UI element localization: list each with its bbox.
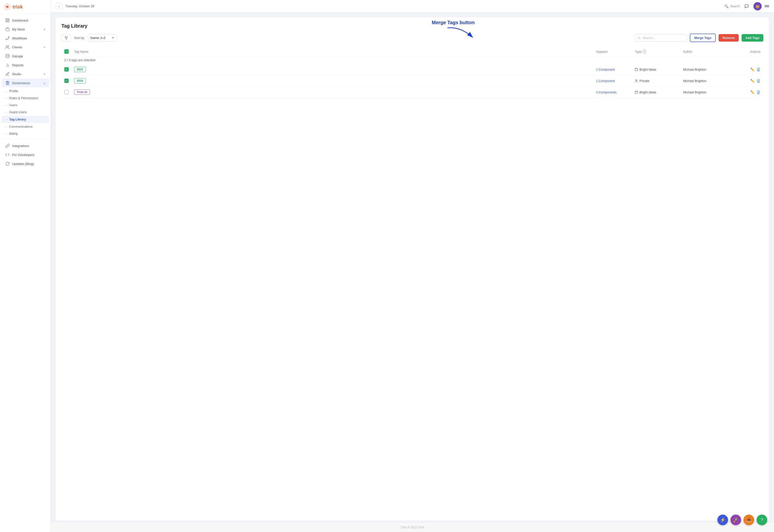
sidebar-item-communications-label: Communications (9, 125, 33, 128)
sidebar-item-integrations-label: Integrations (12, 144, 29, 148)
row-2023-edit-icon[interactable]: ✏️ (750, 67, 754, 71)
governance-icon (5, 81, 10, 85)
header-actions: Actions (736, 50, 760, 53)
svg-rect-4 (8, 21, 9, 22)
user-avatar[interactable]: 🐱 (753, 2, 762, 10)
sidebar-item-reports[interactable]: Reports (1, 61, 49, 69)
sidebar-item-garage[interactable]: Garage (1, 52, 49, 60)
sidebar-item-users[interactable]: Users (0, 102, 51, 109)
sidebar-item-tag-library[interactable]: Tag Library (1, 116, 49, 123)
header-type: Type ? (635, 50, 683, 53)
table-row: ✓ 2024 1 Component Private Michael Brigh… (61, 75, 763, 87)
sidebar-item-clients[interactable]: Clients ▾ (1, 43, 49, 52)
remove-button[interactable]: Remove (719, 34, 739, 42)
sidebar-item-guest-users[interactable]: Guest Users (0, 109, 51, 116)
sidebar-item-for-developers[interactable]: For Developers (1, 150, 49, 159)
garage-icon (5, 54, 10, 58)
sidebar: trisk Dashboard My Work ▾ Workflows Clie… (0, 0, 51, 532)
sidebar-item-integrations[interactable]: Integrations (1, 141, 49, 150)
header-appears: Appears (596, 50, 635, 53)
fab-lightning[interactable]: ⚡ (717, 515, 728, 525)
clients-icon (5, 45, 10, 49)
filter-button[interactable] (61, 34, 71, 42)
row-trish-appears-link[interactable]: 4 Components (596, 90, 617, 94)
sidebar-item-billing[interactable]: Billing (0, 130, 51, 137)
row-2024-actions: ✏️ 🗑️ (736, 79, 760, 83)
add-tags-button[interactable]: Add Tags (742, 34, 763, 42)
sidebar-item-studio-label: Studio (12, 72, 21, 76)
row-2024-appears-link[interactable]: 1 Component (596, 79, 615, 83)
fab-inbox[interactable]: 📥 (744, 515, 754, 525)
sort-select[interactable]: Name: A-Z Name: Z-A Date Created Most Us… (88, 34, 117, 42)
sidebar-item-updates[interactable]: Updates (Blog) (1, 159, 49, 168)
person-type-icon (635, 79, 638, 82)
my-work-chevron: ▾ (44, 28, 45, 31)
table-row: ✓ 2023 1 Component Bright Ideas Michael … (61, 64, 763, 75)
collapse-sidebar-button[interactable]: ‹ (56, 3, 62, 10)
reports-icon (5, 63, 10, 67)
governance-chevron: ▴ (44, 81, 45, 85)
svg-point-6 (6, 39, 7, 40)
search-input[interactable] (643, 36, 684, 40)
user-initials[interactable]: MB (765, 5, 769, 8)
row-2023-checkbox[interactable]: ✓ (64, 67, 69, 72)
topbar-search-label: Search (730, 4, 740, 8)
page-card: Merge Tags button Tag Library Sort by: (56, 17, 769, 520)
svg-text:🐱: 🐱 (756, 5, 760, 9)
briefcase-type-icon (635, 68, 638, 71)
sidebar-item-tag-library-label: Tag Library (9, 118, 26, 121)
messages-icon-button[interactable] (743, 2, 751, 10)
row-trish-author: Michael Brighton (683, 90, 736, 94)
topbar-icons: 🐱 MB (743, 2, 769, 10)
row-trish-appears-cell: 4 Components (596, 90, 635, 94)
fab-rocket[interactable]: 🚀 (730, 515, 741, 525)
governance-submenu: Profile Roles & Permissions Users Guest … (0, 88, 51, 137)
row-2024-author: Michael Brighton (683, 79, 736, 83)
topbar-search[interactable]: 🔍 Search (724, 4, 740, 8)
workflows-icon (5, 36, 10, 40)
selected-count: 2 / 3 tags are selected (61, 56, 763, 64)
sidebar-item-my-work[interactable]: My Work ▾ (1, 25, 49, 34)
row-trish-tag-badge: Trish AI (74, 89, 90, 95)
header-checkbox-cell: — (64, 49, 74, 54)
sidebar-item-clients-label: Clients (12, 45, 22, 49)
row-2024-delete-icon[interactable]: 🗑️ (756, 79, 760, 83)
developers-icon (5, 153, 10, 157)
logo-icon (4, 3, 11, 10)
row-trish-checkbox[interactable] (64, 90, 69, 94)
logo-text: trisk (13, 4, 23, 10)
logo: trisk (0, 0, 51, 14)
type-help-icon[interactable]: ? (642, 50, 646, 53)
sidebar-item-workflows[interactable]: Workflows (1, 34, 49, 43)
row-2023-appears-link[interactable]: 1 Component (596, 68, 615, 71)
row-trish-tag-cell: Trish AI (74, 89, 596, 95)
row-2024-type-cell: Private (635, 79, 683, 83)
select-all-checkbox[interactable]: — (64, 49, 69, 54)
svg-marker-18 (6, 81, 9, 82)
row-trish-delete-icon[interactable]: 🗑️ (756, 90, 760, 94)
avatar-image: 🐱 (753, 2, 762, 10)
svg-point-26 (636, 80, 637, 81)
sidebar-item-profile-label: Profile (9, 89, 18, 93)
row-2023-delete-icon[interactable]: 🗑️ (756, 67, 760, 71)
sidebar-item-communications[interactable]: Communications (0, 123, 51, 130)
sidebar-item-profile[interactable]: Profile (0, 88, 51, 95)
fab-group: ⚡ 🚀 📥 ? (717, 515, 767, 525)
sidebar-item-dashboard[interactable]: Dashboard (1, 16, 49, 25)
sidebar-item-users-label: Users (9, 103, 17, 107)
search-box-icon (638, 36, 641, 40)
svg-rect-25 (635, 69, 638, 71)
search-icon: 🔍 (724, 4, 729, 8)
merge-tags-button[interactable]: Merge Tags (690, 34, 716, 42)
fab-help[interactable]: ? (757, 515, 767, 525)
row-2024-edit-icon[interactable]: ✏️ (750, 79, 754, 83)
sidebar-item-studio[interactable]: Studio ▾ (1, 70, 49, 78)
row-2023-author: Michael Brighton (683, 68, 736, 71)
sidebar-item-roles-label: Roles & Permissions (9, 96, 38, 100)
row-2024-checkbox[interactable]: ✓ (64, 79, 69, 83)
sidebar-item-roles[interactable]: Roles & Permissions (0, 95, 51, 102)
svg-rect-27 (635, 91, 638, 93)
row-trish-edit-icon[interactable]: ✏️ (750, 90, 754, 94)
row-2024-appears-cell: 1 Component (596, 79, 635, 83)
sidebar-item-governance[interactable]: Governance ▴ (1, 79, 49, 87)
